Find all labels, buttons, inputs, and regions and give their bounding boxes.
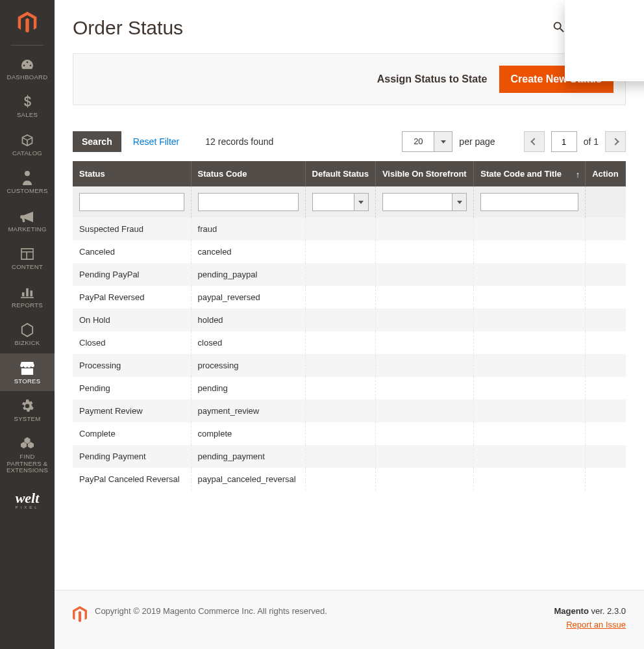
reset-filter-link[interactable]: Reset Filter [133,136,180,147]
col-header-visible[interactable]: Visible On Storefront [375,161,473,186]
nav-partners[interactable]: FIND PARTNERS & EXTENSIONS [0,429,55,480]
table-row[interactable]: Completecomplete [73,422,626,445]
nav-stores[interactable]: STORES [0,353,55,391]
nav-sales[interactable]: SALES [0,87,55,125]
col-header-code[interactable]: Status Code [191,161,305,186]
cell-default [305,309,375,331]
table-row[interactable]: Closedclosed [73,331,626,354]
cell-default [305,354,375,377]
per-page-label: per page [459,136,495,147]
cell-default [305,445,375,468]
table-row[interactable]: Payment Reviewpayment_review [73,400,626,422]
cell-action [586,218,626,240]
table-row[interactable]: Pendingpending [73,377,626,400]
records-found-text: 12 records found [205,136,273,147]
nav-reports[interactable]: REPORTS [0,277,55,315]
nav-catalog[interactable]: CATALOG [0,125,55,163]
nav-label: CUSTOMERS [0,188,55,194]
cell-status: Pending PayPal [73,263,191,286]
layout-icon [0,247,55,261]
cell-code: pending [191,377,305,400]
filter-status-input[interactable] [79,193,184,211]
admin-sidebar: DASHBOARD SALES CATALOG CUSTOMERS MARKET… [0,0,55,649]
cell-state [474,445,586,468]
col-header-state[interactable]: State Code and Title↑ [474,161,586,186]
nav-label: CONTENT [0,264,55,270]
cell-action [586,354,626,377]
nav-dashboard[interactable]: DASHBOARD [0,49,55,87]
megaphone-icon [0,209,55,223]
cell-default [305,286,375,309]
col-header-default[interactable]: Default Status [305,161,375,186]
nav-customers[interactable]: CUSTOMERS [0,163,55,201]
table-row[interactable]: Suspected Fraudfraud [73,218,626,240]
col-header-status[interactable]: Status [73,161,191,186]
create-new-status-button[interactable]: Create New Status [499,66,614,93]
cell-action [586,286,626,309]
cell-code: canceled [191,240,305,263]
cell-code: closed [191,331,305,354]
cell-state [474,377,586,400]
table-row[interactable]: PayPal Reversedpaypal_reversed [73,286,626,309]
cell-state [474,331,586,354]
user-menu[interactable] [612,20,626,36]
cell-status: Pending [73,377,191,400]
nav-label: STORES [0,378,55,385]
nav-label: BIZKICK [0,340,55,346]
cell-action [586,309,626,331]
filter-state-input[interactable] [480,193,578,211]
prev-page-button[interactable] [524,131,545,152]
chevron-down-icon [434,132,452,151]
cell-status: PayPal Reversed [73,286,191,309]
cell-status: Complete [73,422,191,445]
table-row[interactable]: Pending Paymentpending_payment [73,445,626,468]
search-button[interactable]: Search [73,131,121,152]
nav-label: FIND PARTNERS & EXTENSIONS [0,453,55,474]
table-row[interactable]: Processingprocessing [73,354,626,377]
cell-default [305,218,375,240]
cell-status: PayPal Canceled Reversal [73,468,191,490]
cell-state [474,218,586,240]
filter-visible-select[interactable] [382,193,467,211]
gear-icon [0,399,55,413]
magento-logo-small [73,606,87,625]
nav-content[interactable]: CONTENT [0,239,55,277]
table-row[interactable]: Canceledcanceled [73,240,626,263]
version-text: Magento ver. 2.3.0 [554,606,626,616]
table-row[interactable]: Pending PayPalpending_paypal [73,263,626,286]
welt-logo[interactable]: welt PIXEL [15,481,39,509]
search-icon[interactable] [552,20,566,36]
col-header-action: Action [586,161,626,186]
nav-marketing[interactable]: MARKETING [0,201,55,239]
cell-default [305,263,375,286]
cell-code: paypal_reversed [191,286,305,309]
cell-state [474,286,586,309]
cell-code: holded [191,309,305,331]
cell-default [305,377,375,400]
cell-action [586,263,626,286]
cell-state [474,422,586,445]
cell-default [305,400,375,422]
nav-system[interactable]: SYSTEM [0,391,55,429]
notifications-button[interactable]: 6 [579,20,592,36]
filter-default-select[interactable] [312,193,369,211]
cell-state [474,468,586,490]
report-issue-link[interactable]: Report an Issue [554,620,626,630]
next-page-button[interactable] [605,131,626,152]
nav-bizkick[interactable]: BIZKICK [0,315,55,353]
filter-code-input[interactable] [198,193,299,211]
header-actions: 6 [552,20,626,36]
table-row[interactable]: On Holdholded [73,309,626,331]
table-row[interactable]: PayPal Canceled Reversalpaypal_canceled_… [73,468,626,490]
cell-default [305,422,375,445]
page-size-select[interactable]: 20 [402,131,452,152]
assign-status-button[interactable]: Assign Status to State [377,73,488,85]
nav-label: DASHBOARD [0,74,55,81]
cell-visible [375,263,473,286]
cell-visible [375,422,473,445]
magento-logo[interactable] [16,0,38,45]
page-number-input[interactable] [551,131,577,152]
hexagon-icon [0,323,55,337]
pager: of 1 [524,131,626,152]
person-icon [0,171,55,185]
